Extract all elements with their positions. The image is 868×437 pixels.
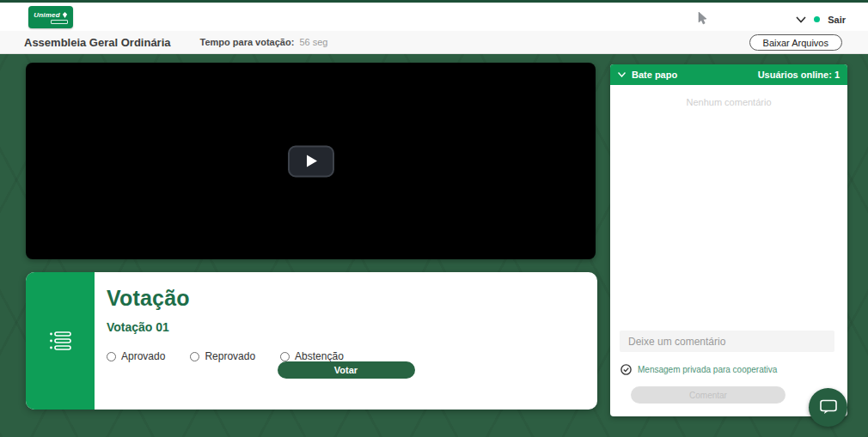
chat-fab-button[interactable] bbox=[809, 388, 847, 427]
comment-submit-button[interactable]: Comentar bbox=[631, 386, 785, 404]
radio-option-abstencao[interactable]: Abstenção bbox=[280, 350, 344, 362]
voting-subtitle: Votação 01 bbox=[107, 320, 580, 334]
play-button[interactable] bbox=[288, 145, 334, 177]
checked-circle-icon[interactable] bbox=[620, 364, 632, 375]
radio-option-label: Abstenção bbox=[295, 350, 344, 362]
logout-link[interactable]: Sair bbox=[828, 15, 846, 25]
chat-header: Bate papo Usuários online: 1 bbox=[610, 64, 847, 85]
topbar-right: Sair bbox=[796, 5, 846, 33]
download-files-button[interactable]: Baixar Arquivos bbox=[749, 34, 842, 51]
chat-panel: Bate papo Usuários online: 1 Nenhum come… bbox=[610, 64, 847, 416]
voting-card-content: Votação Votação 01 Aprovado Reprovado Ab… bbox=[95, 272, 597, 410]
logo-sub-box bbox=[51, 20, 68, 24]
unimed-trevo-icon bbox=[62, 12, 68, 18]
logo-brand-text: Unimed bbox=[34, 11, 60, 19]
chat-empty-message: Nenhum comentário bbox=[610, 97, 847, 107]
mouse-cursor bbox=[698, 12, 707, 25]
timer-label: Tempo para votação: bbox=[200, 37, 295, 47]
voting-options: Aprovado Reprovado Abstenção bbox=[107, 350, 580, 362]
chevron-down-icon[interactable] bbox=[796, 16, 806, 23]
unimed-logo: Unimed bbox=[28, 6, 73, 28]
voting-card: Votação Votação 01 Aprovado Reprovado Ab… bbox=[26, 272, 597, 410]
vote-button[interactable]: Votar bbox=[278, 361, 415, 379]
subheader: Assembleia Geral Ordinária Tempo para vo… bbox=[0, 31, 868, 54]
private-message-label: Mensagem privada para cooperativa bbox=[638, 365, 777, 374]
chat-title: Bate papo bbox=[632, 70, 677, 80]
comment-input[interactable] bbox=[620, 331, 834, 352]
radio-option-reprovado[interactable]: Reprovado bbox=[190, 350, 255, 362]
radio-option-label: Aprovado bbox=[121, 350, 165, 362]
radio-option-label: Reprovado bbox=[205, 350, 255, 362]
voting-timer: Tempo para votação: 56 seg bbox=[200, 37, 328, 47]
online-users-count: Usuários online: 1 bbox=[758, 70, 840, 80]
collapse-chevron-icon[interactable] bbox=[618, 72, 626, 77]
timer-value: 56 seg bbox=[299, 37, 327, 47]
radio-option-aprovado[interactable]: Aprovado bbox=[107, 350, 165, 362]
online-status-dot bbox=[814, 16, 820, 22]
chat-icon bbox=[819, 399, 838, 416]
voting-title: Votação bbox=[107, 286, 580, 311]
page-title: Assembleia Geral Ordinária bbox=[24, 36, 171, 49]
radio-icon bbox=[190, 352, 199, 361]
voting-card-strip bbox=[26, 272, 95, 410]
radio-icon bbox=[280, 352, 290, 361]
private-message-row: Mensagem privada para cooperativa bbox=[620, 364, 777, 375]
ballot-list-icon bbox=[49, 331, 72, 351]
topbar: Unimed Sair bbox=[0, 3, 868, 31]
video-player[interactable] bbox=[26, 63, 596, 259]
radio-icon bbox=[107, 352, 116, 361]
play-icon bbox=[307, 155, 317, 167]
